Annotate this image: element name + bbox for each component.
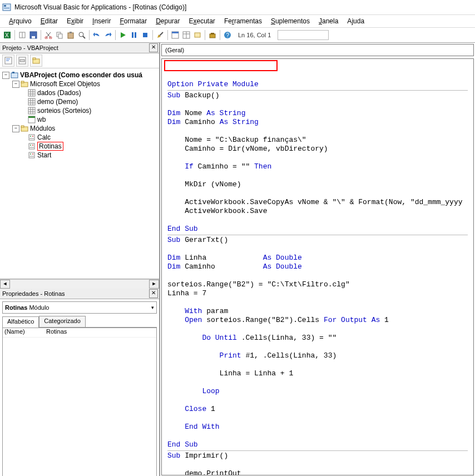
svg-rect-43 (21, 81, 24, 83)
worksheet-icon (28, 89, 36, 97)
project-explorer-icon[interactable] (170, 30, 180, 40)
svg-point-69 (32, 145, 33, 146)
svg-point-68 (30, 145, 31, 146)
svg-line-16 (83, 36, 85, 38)
view-object-icon[interactable] (16, 54, 28, 67)
properties-panel-header: Propriedades - Rotinas ✕ (0, 289, 159, 299)
properties-grid[interactable]: (Name) Rotinas (2, 328, 157, 476)
tree-module[interactable]: Start (0, 151, 159, 160)
menu-depurar[interactable]: Depurar (151, 16, 184, 26)
toolbar: X ? Ln 16, Col 1 (0, 28, 475, 43)
view-code-icon[interactable] (2, 54, 14, 67)
tree-hscrollbar[interactable]: ◄ ► (0, 279, 159, 289)
menu-arquivo[interactable]: Arquivo (4, 16, 36, 26)
module-icon (28, 133, 36, 141)
tree-module-selected[interactable]: Rotinas (0, 142, 159, 151)
toolbar-combo[interactable] (278, 30, 329, 40)
project-panel-header: Projeto - VBAProject ✕ (0, 43, 159, 53)
tree-sheet[interactable]: sorteios (Sorteios) (0, 106, 159, 115)
tree-sheet[interactable]: demo (Demo) (0, 97, 159, 106)
menu-exibir[interactable]: Exibir (62, 16, 88, 26)
svg-rect-14 (70, 32, 72, 33)
module-icon (28, 142, 36, 150)
svg-rect-18 (132, 32, 133, 38)
tab-categorized[interactable]: Categorizado (39, 316, 85, 327)
svg-rect-30 (211, 33, 214, 34)
svg-rect-12 (58, 34, 62, 38)
svg-rect-62 (21, 126, 24, 127)
break-icon[interactable] (129, 30, 139, 40)
folder-open-icon (21, 80, 28, 88)
paste-icon[interactable] (66, 30, 76, 40)
project-close-button[interactable]: ✕ (149, 43, 158, 52)
svg-rect-37 (20, 60, 24, 62)
tree-project-root[interactable]: − VBAProject (Como esconder dos usuá (0, 71, 159, 80)
object-browser-icon[interactable] (192, 30, 202, 40)
view-excel-icon[interactable]: X (2, 30, 12, 40)
chevron-down-icon: ▾ (151, 305, 154, 310)
svg-rect-67 (29, 143, 34, 149)
workbook-icon (28, 116, 36, 123)
toolbox-icon[interactable] (207, 30, 217, 40)
design-mode-icon[interactable] (155, 30, 165, 40)
tree-workbook[interactable]: wb (0, 115, 159, 124)
menu-ajuda[interactable]: Ajuda (343, 16, 369, 26)
menu-janela[interactable]: Janela (314, 16, 343, 26)
find-icon[interactable] (77, 30, 87, 40)
tab-alphabetic[interactable]: Alfabético (2, 316, 39, 328)
svg-point-64 (30, 136, 31, 137)
tree-folder-objects[interactable]: − Microsoft Excel Objetos (0, 80, 159, 88)
svg-rect-40 (11, 73, 18, 78)
redo-icon[interactable] (103, 30, 113, 40)
properties-close-button[interactable]: ✕ (149, 289, 158, 298)
properties-icon[interactable] (181, 30, 191, 40)
worksheet-icon (28, 98, 36, 106)
folder-toggle-icon[interactable] (30, 54, 42, 67)
tree-folder-modules[interactable]: − Módulos (0, 124, 159, 133)
svg-rect-0 (3, 4, 11, 11)
svg-rect-28 (195, 33, 200, 37)
svg-rect-2 (4, 8, 9, 8)
svg-point-65 (32, 136, 33, 137)
scroll-right-icon[interactable]: ► (149, 280, 159, 289)
svg-rect-60 (28, 116, 35, 118)
project-tree[interactable]: − VBAProject (Como esconder dos usuá − M… (0, 68, 159, 279)
code-editor[interactable]: Option Private Module Sub Backup() Dim N… (161, 58, 474, 475)
svg-point-15 (79, 32, 83, 37)
menu-executar[interactable]: Executar (185, 16, 220, 26)
project-toolbar (0, 53, 159, 68)
cut-icon[interactable] (43, 30, 53, 40)
module-icon (28, 151, 36, 159)
menu-ferramentas[interactable]: Ferramentas (220, 16, 266, 26)
menubar: Arquivo Editar Exibir Inserir Formatar D… (0, 15, 475, 28)
properties-object-selector[interactable]: Rotinas Módulo ▾ (2, 301, 157, 314)
save-icon[interactable] (28, 30, 38, 40)
object-combo[interactable]: (Geral) (161, 44, 474, 56)
tree-sheet[interactable]: dados (Dados) (0, 88, 159, 97)
svg-marker-17 (121, 32, 126, 38)
folder-open-icon (21, 125, 28, 132)
tree-module[interactable]: Calc (0, 133, 159, 142)
undo-icon[interactable] (92, 30, 102, 40)
svg-rect-19 (135, 32, 136, 38)
app-icon (2, 3, 11, 12)
highlight-box (164, 60, 278, 71)
vba-project-icon (11, 71, 18, 79)
svg-rect-41 (12, 72, 14, 73)
menu-editar[interactable]: Editar (36, 16, 62, 26)
insert-icon[interactable] (17, 30, 27, 40)
menu-suplementos[interactable]: Suplementos (266, 16, 314, 26)
menu-inserir[interactable]: Inserir (88, 16, 115, 26)
scroll-left-icon[interactable]: ◄ (0, 280, 10, 289)
menu-formatar[interactable]: Formatar (115, 16, 151, 26)
title-bar: Microsoft Visual Basic for Applications … (0, 0, 475, 15)
run-icon[interactable] (118, 30, 128, 40)
window-title: Microsoft Visual Basic for Applications … (14, 3, 186, 11)
help-icon[interactable]: ? (222, 30, 232, 40)
svg-text:X: X (5, 32, 9, 38)
copy-icon[interactable] (55, 30, 65, 40)
property-row[interactable]: (Name) Rotinas (3, 328, 156, 338)
svg-rect-8 (32, 36, 35, 38)
svg-rect-63 (29, 135, 34, 140)
reset-icon[interactable] (140, 30, 150, 40)
